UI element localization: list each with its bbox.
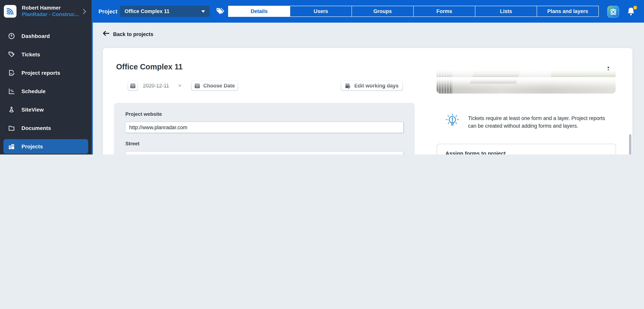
project-tabs: Details Users Groups Forms Lists Plans a… — [228, 6, 599, 17]
sidebar-item-label: Projects — [22, 144, 43, 150]
website-label: Project website — [125, 111, 162, 117]
vertical-scrollbar[interactable] — [629, 134, 631, 154]
back-to-projects-link[interactable]: Back to projects — [103, 31, 153, 38]
topbar: Project Office Complex 11 Details Users … — [93, 0, 644, 22]
edit-working-days-label: Edit working days — [354, 83, 398, 88]
sidebar-item-schedule[interactable]: Schedule — [4, 84, 88, 98]
ai-assistant-icon[interactable] — [607, 6, 619, 18]
sidebar-item-dashboard[interactable]: Dashboard — [4, 29, 88, 43]
chevron-right-icon — [83, 9, 86, 16]
street-input[interactable] — [125, 151, 404, 154]
start-date-picker-button[interactable] — [128, 80, 138, 91]
notification-dot — [633, 6, 637, 10]
choose-date-button[interactable]: Choose Date — [191, 80, 238, 91]
notifications-bell-icon[interactable] — [626, 6, 636, 17]
choose-date-label: Choose Date — [203, 83, 235, 88]
main-content: Back to projects Office Complex 11 2020-… — [93, 22, 644, 154]
tab-forms[interactable]: Forms — [413, 6, 475, 17]
back-arrow-icon — [103, 31, 110, 38]
card-title: Office Complex 11 — [116, 62, 183, 71]
buildings-icon — [8, 142, 15, 150]
sidebar: Robert Hammer PlanRadar - Construc... Da… — [0, 0, 92, 154]
app-window: Robert Hammer PlanRadar - Construc... Da… — [0, 0, 644, 154]
street-label: Street — [125, 141, 140, 146]
tab-groups[interactable]: Groups — [352, 6, 414, 17]
back-label: Back to projects — [113, 31, 153, 37]
sidebar-item-label: Tickets — [22, 51, 40, 58]
sidebar-item-label: Schedule — [22, 88, 46, 94]
tab-users[interactable]: Users — [290, 6, 352, 17]
report-icon — [8, 69, 15, 77]
sidebar-item-tickets[interactable]: Tickets — [4, 47, 88, 62]
tab-lists[interactable]: Lists — [475, 6, 537, 17]
edit-working-days-button[interactable]: Edit working days — [341, 80, 403, 91]
sidebar-item-label: Documents — [22, 125, 51, 131]
lightbulb-icon — [445, 113, 460, 129]
sidebar-item-documents[interactable]: Documents — [4, 121, 88, 135]
schedule-icon — [8, 88, 15, 95]
sidebar-item-project-reports[interactable]: Project reports — [4, 66, 88, 80]
tab-details[interactable]: Details — [228, 6, 290, 17]
start-date-value: 2020-12-11 — [143, 80, 169, 91]
website-input[interactable] — [125, 122, 404, 133]
address-form-panel: Project website Street Zip code City Cou… — [114, 103, 415, 154]
assign-forms-card: Assign forms to project Select the forms… — [436, 144, 616, 154]
project-selector-value: Office Complex 11 — [124, 8, 201, 14]
sidebar-item-label: Dashboard — [22, 33, 50, 39]
sidebar-item-siteview[interactable]: SiteView — [4, 102, 88, 117]
account-name: PlanRadar - Construc... — [22, 12, 79, 17]
sidebar-item-label: SiteView — [22, 106, 44, 113]
chevron-down-icon — [201, 10, 205, 12]
project-details-card: Office Complex 11 2020-12-11 × Choose Da… — [103, 48, 632, 154]
project-photo — [436, 70, 616, 94]
clear-date-button[interactable]: × — [178, 80, 181, 91]
user-name: Robert Hammer — [22, 5, 61, 11]
tip-text: Tickets require at least one form and a … — [468, 115, 614, 130]
folder-icon — [8, 124, 15, 132]
ticket-tag-icon — [8, 50, 15, 58]
project-label: Project — [98, 0, 117, 22]
sidebar-accent-border — [92, 0, 93, 154]
siteview-icon — [8, 106, 15, 114]
sidebar-item-projects[interactable]: Projects — [4, 139, 88, 154]
sidebar-item-label: Project reports — [22, 70, 60, 76]
account-switcher[interactable]: Robert Hammer PlanRadar - Construc... — [0, 0, 92, 24]
sidebar-nav: Dashboard Tickets Project reports Schedu… — [0, 22, 92, 154]
planradar-logo — [4, 5, 16, 18]
tags-icon[interactable] — [216, 7, 225, 16]
tab-plans-and-layers[interactable]: Plans and layers — [537, 6, 599, 17]
assign-forms-title: Assign forms to project — [446, 150, 506, 154]
project-selector[interactable]: Office Complex 11 — [120, 6, 210, 17]
dashboard-icon — [8, 32, 15, 40]
